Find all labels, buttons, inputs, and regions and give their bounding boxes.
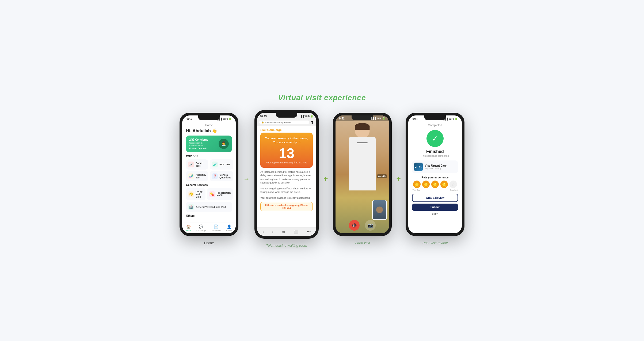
star-4[interactable]: ⭐ xyxy=(440,181,448,188)
service-antibody-test[interactable]: 🧬 Antibody Test xyxy=(186,171,208,181)
phones-container: 9:41 ▐▐▐ WiFi 🔋 Home Hi, Abdullah 👋 24/7… xyxy=(180,110,464,248)
queue-body: An increased demand for testing has caus… xyxy=(257,170,316,200)
star-1[interactable]: ⭐ xyxy=(413,181,421,188)
cough-cold-label: Cough and Cold xyxy=(196,190,203,198)
queue-body1: An increased demand for testing has caus… xyxy=(260,170,313,185)
browser-bar: 🔒 telemedicine.curogram.com ⬆ xyxy=(257,119,316,126)
star-3[interactable]: ⭐ xyxy=(431,181,439,188)
browser-more-icon[interactable]: ••• xyxy=(307,230,311,234)
share-icon[interactable]: ⬆ xyxy=(310,120,314,125)
browser-back-icon[interactable]: ‹ xyxy=(262,230,264,234)
concierge-nav-icon: 💬 xyxy=(199,224,203,229)
nav-concierge[interactable]: 💬 Concierge xyxy=(196,224,206,232)
phone3-wrapper: 9:41 ▐▐▐ WiFi 🔋 Alex M. xyxy=(333,113,392,245)
general-questions-icon: ❓ xyxy=(212,173,218,179)
phone1-greeting: Hi, Abdullah 👋 xyxy=(186,128,232,133)
concierge-title: 24/7 Concierge xyxy=(189,138,219,141)
browser-url[interactable]: 🔒 telemedicine.curogram.com xyxy=(259,121,309,124)
covid-services-grid: 💉 Rapid Test 🧪 PCR Test 🧬 Antibody Test xyxy=(186,159,232,181)
self-view-bg xyxy=(373,200,386,219)
service-cough-cold[interactable]: 🤧 Cough and Cold xyxy=(186,188,205,200)
queue-body3: Your continued patience is greatly appre… xyxy=(260,196,313,200)
write-review-button[interactable]: Write a Review xyxy=(412,194,458,202)
nav-home[interactable]: 🏠 Home xyxy=(186,224,191,232)
phone4-wifi: WiFi xyxy=(449,118,454,120)
phone3-time: 9:41 xyxy=(339,117,345,120)
battery-icon: 🔋 xyxy=(228,118,231,120)
phone2-status-icons: ▐▐ WiFi 🔋 xyxy=(300,115,313,118)
concierge-sub: Get support & recommendation xyxy=(189,142,219,147)
home-nav-icon: 🏠 xyxy=(186,224,191,229)
wifi-icon: WiFi xyxy=(223,118,228,120)
finished-sub: This session is completed xyxy=(412,155,458,157)
check-icon: ✓ xyxy=(432,134,438,143)
nav-documents[interactable]: 📄 Documents xyxy=(211,224,221,232)
phone3-status-icons: ▐▐▐ WiFi 🔋 xyxy=(371,117,385,120)
general-section-title: General Services xyxy=(186,183,232,186)
phone1-label: Home xyxy=(204,241,214,245)
phone2-time: 10:43 xyxy=(260,115,267,118)
star-labels: Very Bad Excellent xyxy=(412,189,458,191)
phone1-notch xyxy=(198,115,220,120)
submit-button[interactable]: Submit xyxy=(412,204,458,211)
star-2[interactable]: ⭐ xyxy=(422,181,430,188)
connector-plus2: + xyxy=(397,175,401,183)
phone3-signal: ▐▐▐ xyxy=(371,117,376,120)
check-circle: ✓ xyxy=(426,130,444,147)
phone2-label: Telemedicine waiting room xyxy=(266,243,307,248)
phone2-battery: 🔋 xyxy=(310,115,313,118)
alex-label: Alex M. xyxy=(377,174,387,178)
camera-button[interactable]: 📷 xyxy=(365,220,376,231)
completed-header: Completed xyxy=(412,123,458,127)
phone4-label: Post-visit review xyxy=(422,241,448,245)
rapid-test-label: Rapid Test xyxy=(196,162,206,167)
end-call-button[interactable]: 📵 xyxy=(349,220,360,231)
service-general-tele[interactable]: 🏥 General Telemedicine Visit xyxy=(186,202,232,212)
queue-text: You are currently in the queue, You are … xyxy=(264,136,310,145)
concierge-link[interactable]: Contact Support › xyxy=(189,147,219,149)
general-services-grid: 🤧 Cough and Cold 💊 Prescription Refill xyxy=(186,188,232,200)
connector-plus1: + xyxy=(323,175,328,183)
url-text: telemedicine.curogram.com xyxy=(265,121,291,123)
nav-home-label: Home xyxy=(186,229,191,232)
skip-link[interactable]: Skip › xyxy=(412,212,458,215)
queue-wait: Your approximate waiting time is 3:47s xyxy=(264,161,310,164)
phone1-screen: 9:41 ▐▐▐ WiFi 🔋 Home Hi, Abdullah 👋 24/7… xyxy=(182,115,236,233)
star-5[interactable]: ☆ xyxy=(449,181,457,188)
documents-nav-icon: 📄 xyxy=(214,224,218,229)
nav-profile[interactable]: 👤 Profile xyxy=(226,224,233,232)
very-bad-label: Very Bad xyxy=(413,189,420,191)
stars-row: ⭐ ⭐ ⭐ ⭐ ☆ xyxy=(412,181,458,188)
phone1-time: 9:41 xyxy=(186,117,192,120)
browser-tabs-icon[interactable]: ⬜ xyxy=(294,230,298,234)
sick-concierge-label: Sick Concierge xyxy=(257,126,316,133)
phone4-notch xyxy=(424,115,446,120)
clinic-card: VITAL Vital Urgent Care Physical Therapy xyxy=(412,160,458,173)
browser-bottom-nav: ‹ › ⊕ ⬜ ••• xyxy=(257,227,316,236)
emergency-bar: If this is a medical emergency, Please c… xyxy=(260,202,313,211)
general-tele-icon: 🏥 xyxy=(188,204,194,210)
phone1-screen-title: Home xyxy=(186,123,232,127)
concierge-avatar: 👩‍💼 xyxy=(219,139,229,149)
nav-concierge-label: Concierge xyxy=(196,229,206,232)
page-title: Virtual visit experience xyxy=(278,93,366,102)
others-section-title: Others xyxy=(186,214,232,217)
service-prescription-refill[interactable]: 💊 Prescription Refill xyxy=(207,188,233,200)
clinic-logo: VITAL xyxy=(414,163,423,171)
pcr-test-label: PCR Test xyxy=(219,163,230,166)
service-rapid-test[interactable]: 💉 Rapid Test xyxy=(186,159,208,170)
concierge-banner[interactable]: 24/7 Concierge Get support & recommendat… xyxy=(186,136,232,152)
clinic-type: Physical Therapy xyxy=(425,167,447,170)
video-background: 9:41 ▐▐▐ WiFi 🔋 Alex M. xyxy=(336,115,389,233)
rate-title: Rate your experience xyxy=(412,176,458,179)
phone2-wrapper: 10:43 ▐▐ WiFi 🔋 🔒 telemedicine.curogram.… xyxy=(254,110,319,248)
cough-cold-icon: 🤧 xyxy=(188,191,194,197)
service-pcr-test[interactable]: 🧪 PCR Test xyxy=(210,159,233,170)
browser-forward-icon[interactable]: › xyxy=(272,230,273,234)
service-general-questions[interactable]: ❓ General Questions xyxy=(210,171,233,181)
nav-profile-label: Profile xyxy=(226,229,233,232)
phone4-screen: 9:41 ▐▐▐ WiFi 🔋 Completed ✓ Finished Th xyxy=(408,115,462,233)
queue-body2: We advise giving yourself a 2-3 hour win… xyxy=(260,187,313,194)
browser-plus-icon[interactable]: ⊕ xyxy=(282,230,285,234)
queue-banner: You are currently in the queue, You are … xyxy=(260,133,313,168)
